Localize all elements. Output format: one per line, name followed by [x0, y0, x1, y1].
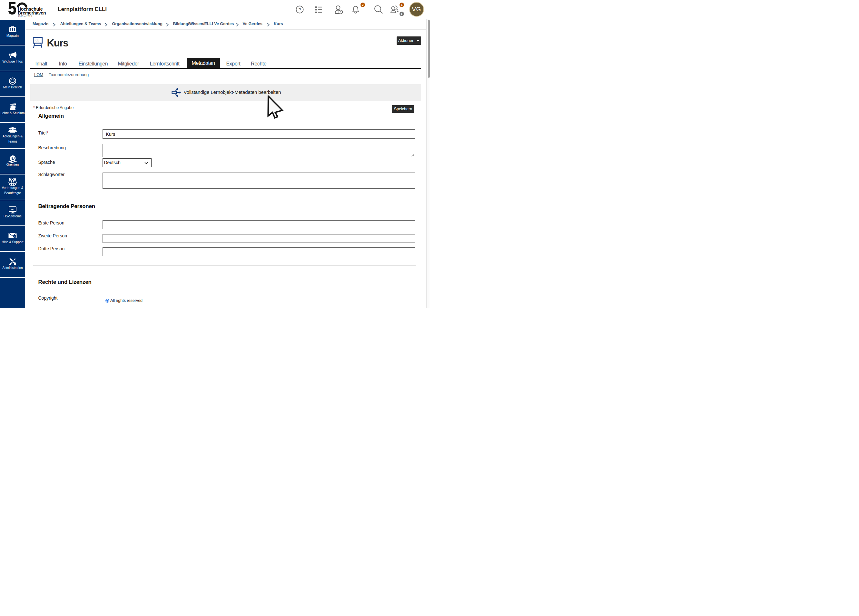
- svg-text:?: ?: [298, 7, 301, 12]
- svg-text:?: ?: [14, 235, 16, 238]
